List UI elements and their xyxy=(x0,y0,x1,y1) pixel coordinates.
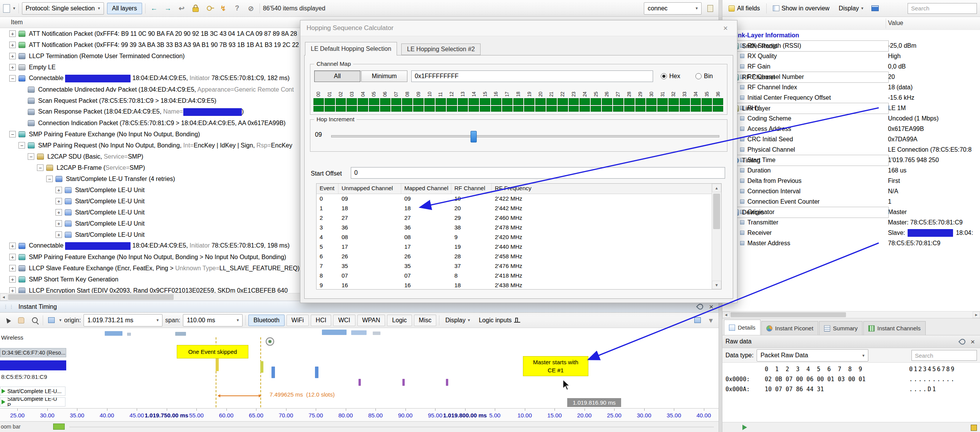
hopping-table-row[interactable]: 00909102'422 MHz xyxy=(317,194,721,204)
value-column-header[interactable]: Value xyxy=(888,20,903,27)
timing-display-menu[interactable]: Display ▾ xyxy=(442,315,473,326)
channel-cell[interactable] xyxy=(358,98,368,105)
channel-cell[interactable] xyxy=(546,106,557,112)
more-options-icon[interactable]: ▾ xyxy=(705,315,716,326)
span-input[interactable]: 110.00 ms ▾ xyxy=(183,314,243,327)
tree-expand-toggle[interactable]: − xyxy=(37,164,44,171)
channel-cell[interactable] xyxy=(569,106,579,112)
channel-cell[interactable] xyxy=(624,98,635,105)
channel-cell[interactable] xyxy=(436,106,446,112)
channel-cell[interactable] xyxy=(336,98,346,105)
scroll-left-icon[interactable]: ◄ xyxy=(0,293,7,301)
channel-map-value-input[interactable] xyxy=(411,70,653,82)
detail-row[interactable]: CRC Initial Seed0x7DA99A xyxy=(722,134,980,144)
filter-wpan[interactable]: WPAN xyxy=(357,315,385,326)
pan-tool-icon[interactable] xyxy=(16,315,27,326)
hopping-table-row[interactable]: 62626282'458 MHz xyxy=(317,252,721,261)
channel-cell[interactable] xyxy=(713,98,723,105)
detail-row[interactable]: Coding SchemeUncoded (1 Mbps) xyxy=(722,113,980,124)
channel-cell[interactable] xyxy=(347,98,357,105)
channel-cell[interactable] xyxy=(491,106,501,112)
tree-expand-toggle[interactable]: − xyxy=(46,176,53,182)
detail-row[interactable]: RF Channel xyxy=(722,72,889,83)
detail-row[interactable]: Devices xyxy=(722,207,889,218)
channel-cell[interactable] xyxy=(713,106,723,112)
origin-input[interactable]: 1.019.731.21 ms ▾ xyxy=(84,314,162,327)
time-axis[interactable]: 25.0030.0035.0040.0045.001.019.750.00 ms… xyxy=(0,408,719,421)
hopping-table-row[interactable]: 91616182'438 MHz xyxy=(317,281,721,290)
channel-cell[interactable] xyxy=(635,98,646,105)
detail-row[interactable]: Connection IntervalN/A xyxy=(722,186,980,196)
channel-cell[interactable] xyxy=(668,98,679,105)
detail-row[interactable]: Physical ChannelLE Connection (78:C5:E5:… xyxy=(722,144,980,155)
tree-expand-toggle[interactable]: + xyxy=(55,198,62,204)
lane-transfer1-label[interactable]: Start/Complete LE-U... xyxy=(0,387,65,396)
nav-back-icon[interactable]: ← xyxy=(149,3,159,14)
channel-cell[interactable] xyxy=(358,106,368,112)
table-header-cell[interactable]: RF Frequency xyxy=(492,184,712,194)
hopping-table-row[interactable]: 8070782'418 MHz xyxy=(317,271,721,281)
channel-cell[interactable] xyxy=(325,98,335,105)
channel-cell[interactable] xyxy=(380,106,390,112)
clipboard-icon[interactable] xyxy=(705,3,715,14)
zoom-bar[interactable]: oom bar xyxy=(0,421,719,432)
detail-row[interactable]: Connection Event Counter1 xyxy=(722,196,980,207)
channel-cell[interactable] xyxy=(535,98,546,105)
detail-row[interactable]: RF Gain0,0 dB xyxy=(722,61,980,72)
channel-cell[interactable] xyxy=(558,98,568,105)
table-header-cell[interactable]: Event xyxy=(317,184,338,194)
channel-cell[interactable] xyxy=(491,98,501,105)
all-layers-toggle[interactable]: All layers xyxy=(107,3,142,14)
channel-cell[interactable] xyxy=(668,106,679,112)
tree-expand-toggle[interactable]: + xyxy=(55,209,62,216)
tree-expand-toggle[interactable]: + xyxy=(9,64,16,70)
tree-expand-toggle[interactable]: + xyxy=(55,231,62,238)
detail-row[interactable]: Sniffer Radio xyxy=(722,40,889,52)
lock-icon[interactable] xyxy=(190,3,201,14)
hopping-table-row[interactable]: 51717192'440 MHz xyxy=(317,242,721,252)
tab-summary[interactable]: Summary xyxy=(819,321,863,335)
channel-cell[interactable] xyxy=(447,106,457,112)
dialog-close-icon[interactable]: × xyxy=(720,24,731,33)
hex-radio[interactable]: Hex xyxy=(661,73,680,80)
table-header-cell[interactable]: Unmapped Channel xyxy=(338,184,401,194)
channel-cell[interactable] xyxy=(646,98,657,105)
channel-cell[interactable] xyxy=(591,98,601,105)
channel-cell[interactable] xyxy=(502,98,513,105)
scroll-left-icon[interactable]: ◄ xyxy=(722,311,730,318)
channel-cell[interactable] xyxy=(702,106,712,112)
no-filter-icon[interactable]: ⊘ xyxy=(246,3,256,14)
bin-radio[interactable]: Bin xyxy=(695,73,713,80)
zoom-range-handle[interactable] xyxy=(53,424,65,430)
channel-cell[interactable] xyxy=(702,98,712,105)
lane-device2-redacted-label[interactable] xyxy=(0,360,66,370)
channel-cell[interactable] xyxy=(436,98,446,105)
tree-expand-toggle[interactable]: − xyxy=(28,153,34,160)
window-layout-icon[interactable] xyxy=(869,3,880,14)
channel-cell[interactable] xyxy=(602,106,612,112)
file-menu-caret[interactable]: ▾ xyxy=(13,6,15,11)
grid-icon[interactable] xyxy=(46,315,57,326)
channel-cell[interactable] xyxy=(447,98,457,105)
channel-cell[interactable] xyxy=(691,106,701,112)
channel-cell[interactable] xyxy=(424,98,435,105)
channel-cell[interactable] xyxy=(591,106,601,112)
tree-expand-toggle[interactable]: − xyxy=(9,131,16,137)
channel-cell[interactable] xyxy=(325,106,335,112)
detail-row[interactable]: Access Address0x617EA99B xyxy=(722,124,980,134)
channel-cell[interactable] xyxy=(524,106,534,112)
channel-cell[interactable] xyxy=(680,106,690,112)
channel-cell[interactable] xyxy=(524,98,534,105)
table-header-cell[interactable]: RF Channel xyxy=(451,184,492,194)
detail-row[interactable]: Duration168 us xyxy=(722,165,980,176)
channel-cell[interactable] xyxy=(402,98,412,105)
channel-cell[interactable] xyxy=(391,106,402,112)
scrollbar-thumb[interactable] xyxy=(713,194,720,229)
channel-cell[interactable] xyxy=(535,106,546,112)
tree-expand-toggle[interactable]: + xyxy=(9,265,16,271)
hex-dump[interactable]: 0 1 2 3 4 5 6 7 8 901234567890x0000:02 0… xyxy=(722,362,980,432)
tab-le-hopping-2[interactable]: LE Hopping Selection #2 xyxy=(401,44,481,55)
hopping-table-row[interactable]: 22727292'460 MHz xyxy=(317,213,721,223)
logic-inputs-button[interactable]: Logic inputs xyxy=(476,315,523,326)
timing-chart[interactable]: Wireless D:34:9E:C6:F7:40 (Reso... 8:C5:… xyxy=(0,328,719,408)
